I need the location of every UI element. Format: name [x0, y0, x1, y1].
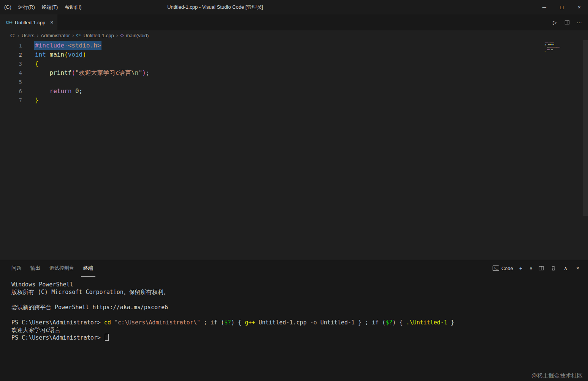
minimap-token — [545, 49, 547, 50]
new-terminal-icon[interactable]: + — [515, 264, 526, 273]
code-token: ( — [71, 69, 75, 76]
menu-item[interactable]: 运行(R) — [15, 0, 38, 14]
terminal-output[interactable]: Windows PowerShell版权所有 (C) Microsoft Cor… — [0, 276, 588, 341]
code-token: \n — [131, 69, 138, 76]
editor-line[interactable]: 7} — [0, 96, 588, 105]
terminal-token: "c:\Users\Administrator\" — [114, 319, 200, 326]
terminal-token: } — [447, 319, 454, 326]
menu-bar: (G)运行(R)终端(T)帮助(H) — [0, 0, 85, 14]
minimap[interactable] — [545, 43, 577, 52]
tab-untitled-1-cpp[interactable]: C++ Untitled-1.cpp × — [0, 14, 57, 30]
breadcrumb-item[interactable]: Users — [22, 33, 35, 38]
minimap-token — [550, 44, 551, 45]
maximize-panel-icon[interactable]: ∧ — [560, 264, 571, 273]
terminal-token: Windows PowerShell — [11, 281, 73, 288]
terminal-profile-button[interactable]: >_ Code — [491, 264, 514, 273]
code-text: return 0; — [22, 87, 82, 96]
terminal-token: g++ — [245, 319, 255, 326]
scrollbar-thumb[interactable] — [583, 40, 588, 216]
editor-line[interactable]: 6 return 0; — [0, 87, 588, 96]
editor-line[interactable]: 1#include·<stdio.h> — [0, 41, 588, 50]
restore-icon[interactable]: □ — [553, 0, 571, 14]
minimap-token — [547, 49, 550, 50]
minimap-line — [545, 43, 577, 43]
panel-tab-problems[interactable]: 问题 — [9, 260, 24, 277]
menu-item[interactable]: 终端(T) — [38, 0, 62, 14]
breadcrumb-label: Administrator — [41, 33, 70, 38]
terminal-dropdown-icon[interactable]: ∨ — [527, 264, 535, 273]
editor-line[interactable]: 2int main(void) — [0, 50, 588, 59]
split-terminal-icon[interactable] — [536, 264, 547, 273]
panel-tab-debug-console[interactable]: 调试控制台 — [47, 260, 76, 277]
breadcrumb-separator-icon: › — [72, 32, 74, 38]
line-number[interactable]: 7 — [0, 96, 22, 105]
code-token: #include — [35, 42, 64, 49]
terminal-token — [111, 319, 114, 326]
minimap-token — [547, 47, 550, 47]
terminal-token: PS C:\Users\Administrator> — [11, 319, 104, 326]
panel-tab-terminal[interactable]: 终端 — [81, 260, 95, 277]
editor[interactable]: 1#include·<stdio.h>2int main(void)3{4 pr… — [0, 40, 588, 260]
breadcrumb-item[interactable]: Administrator — [41, 33, 70, 38]
more-actions-icon[interactable]: ··· — [574, 17, 584, 27]
breadcrumb-label: Users — [22, 33, 35, 38]
terminal-token: if — [372, 319, 379, 326]
minimap-token — [559, 47, 560, 47]
close-panel-icon[interactable]: × — [572, 264, 583, 273]
minimap-line — [545, 49, 577, 50]
kill-terminal-icon[interactable] — [548, 264, 559, 273]
terminal-line: Windows PowerShell — [11, 281, 588, 288]
code-token: main — [50, 51, 65, 58]
minimap-line — [545, 48, 577, 49]
line-number[interactable]: 3 — [0, 59, 22, 68]
selection-highlight: #include·<stdio.h> — [35, 42, 101, 49]
code-token: ; — [79, 87, 83, 95]
breadcrumb-separator-icon: › — [37, 32, 39, 38]
minimap-token — [549, 43, 550, 43]
menu-item[interactable]: (G) — [1, 0, 15, 14]
breadcrumb-item[interactable]: C++Untitled-1.cpp — [76, 33, 114, 38]
code-token: ; — [146, 69, 150, 76]
terminal-token: ; — [200, 319, 211, 326]
breadcrumb-item[interactable]: ◇main(void) — [120, 33, 149, 38]
breadcrumb-item[interactable]: C: — [10, 33, 15, 38]
code-text: } — [22, 96, 39, 105]
run-icon[interactable]: ▷ — [550, 17, 560, 27]
editor-actions: ▷ ··· — [550, 14, 588, 30]
terminal-token: .\Untitled-1 — [406, 319, 447, 326]
cpp-file-icon: C++ — [6, 21, 12, 25]
terminal-token: ) { — [392, 319, 406, 326]
editor-line[interactable]: 5 — [0, 77, 588, 87]
panel-tab-output[interactable]: 输出 — [28, 260, 43, 277]
minimap-line — [545, 45, 577, 46]
breadcrumb-separator-icon: › — [116, 32, 118, 38]
vscode-window: (G)运行(R)终端(T)帮助(H) Untitled-1.cpp - Visu… — [0, 0, 588, 381]
terminal-line: 欢迎大家学习c语言 — [11, 326, 588, 334]
code-text — [22, 77, 35, 87]
tab-close-icon[interactable]: × — [50, 19, 53, 25]
minimap-token — [557, 47, 558, 47]
editor-scrollbar[interactable] — [583, 40, 588, 260]
menu-item[interactable]: 帮助(H) — [61, 0, 85, 14]
line-number[interactable]: 2 — [0, 50, 22, 59]
close-icon[interactable]: × — [571, 0, 588, 14]
split-editor-icon[interactable] — [562, 17, 572, 27]
method-icon: ◇ — [120, 33, 124, 38]
code-token: int — [35, 51, 46, 58]
minimize-icon[interactable]: ─ — [536, 0, 553, 14]
window-title: Untitled-1.cpp - Visual Studio Code [管理员… — [167, 0, 263, 14]
line-number[interactable]: 4 — [0, 68, 22, 77]
terminal-cursor — [105, 334, 109, 341]
window-controls: ─ □ × — [536, 0, 588, 14]
code-token: ) — [142, 69, 146, 76]
editor-line[interactable]: 3{ — [0, 59, 588, 68]
code-token — [35, 87, 50, 95]
line-number[interactable]: 6 — [0, 87, 22, 96]
editor-line[interactable]: 4 printf("欢迎大家学习c语言\n"); — [0, 68, 588, 77]
code-token: ) — [82, 51, 86, 58]
terminal-token: $? — [385, 319, 392, 326]
terminal-line: 尝试新的跨平台 PowerShell https://aka.ms/pscore… — [11, 304, 588, 311]
breadcrumb-label: Untitled-1.cpp — [84, 33, 114, 38]
line-number[interactable]: 5 — [0, 77, 22, 87]
line-number[interactable]: 1 — [0, 41, 22, 50]
